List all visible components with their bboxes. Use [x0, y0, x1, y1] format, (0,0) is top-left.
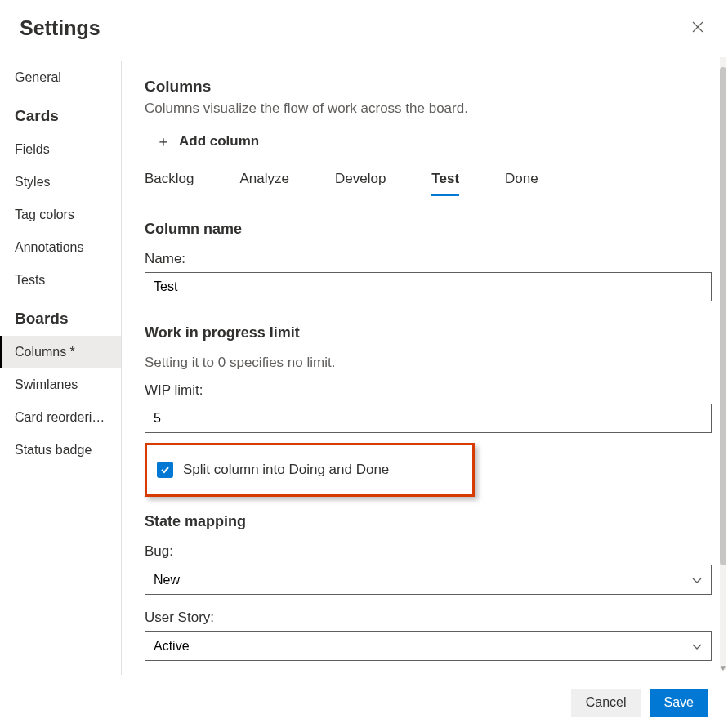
sidebar-item-annotations[interactable]: Annotations — [0, 231, 121, 264]
split-column-checkbox-row[interactable]: Split column into Doing and Done — [157, 458, 462, 481]
user-story-select-wrap: Active — [145, 631, 712, 661]
wip-input[interactable] — [145, 404, 712, 433]
column-tabs: Backlog Analyze Develop Test Done — [145, 171, 712, 196]
plus-icon: ＋ — [156, 132, 171, 151]
sidebar-item-card-reordering[interactable]: Card reorderi… — [0, 401, 121, 434]
user-story-label: User Story: — [145, 610, 712, 626]
split-column-label: Split column into Doing and Done — [183, 462, 389, 478]
wip-help: Setting it to 0 specifies no limit. — [145, 355, 712, 371]
checkbox-checked-icon[interactable] — [157, 462, 173, 478]
name-label: Name: — [145, 251, 712, 267]
scrollbar[interactable] — [720, 57, 726, 670]
add-column-button[interactable]: ＋ Add column — [145, 132, 259, 151]
dialog-body: General Cards Fields Styles Tag colors A… — [0, 61, 728, 675]
sidebar-item-tests[interactable]: Tests — [0, 264, 121, 297]
scrollbar-thumb[interactable] — [720, 67, 726, 565]
column-name-heading: Column name — [145, 221, 712, 238]
dialog-footer: Cancel Save — [571, 689, 708, 717]
wip-label: WIP limit: — [145, 382, 712, 399]
bug-select-wrap: New — [145, 565, 712, 595]
scroll-arrow-down-icon[interactable]: ▼ — [719, 663, 727, 672]
add-column-label: Add column — [179, 133, 259, 150]
tab-analyze[interactable]: Analyze — [239, 171, 288, 196]
state-mapping-section: State mapping Bug: New User Story: Activ… — [145, 513, 712, 661]
save-button[interactable]: Save — [650, 689, 708, 717]
sidebar-item-columns[interactable]: Columns * — [0, 336, 121, 368]
bug-select[interactable]: New — [145, 565, 712, 595]
sidebar-item-styles[interactable]: Styles — [0, 166, 121, 199]
sidebar: General Cards Fields Styles Tag colors A… — [0, 61, 122, 675]
name-input[interactable] — [145, 272, 712, 301]
close-icon[interactable] — [687, 15, 708, 42]
state-mapping-heading: State mapping — [145, 513, 712, 530]
main-description: Columns visualize the flow of work acros… — [145, 100, 712, 117]
main-panel: Columns Columns visualize the flow of wo… — [122, 61, 728, 675]
tab-develop[interactable]: Develop — [335, 171, 386, 196]
dialog-header: Settings — [0, 0, 728, 61]
user-story-select[interactable]: Active — [145, 631, 712, 661]
column-name-section: Column name Name: — [145, 221, 712, 321]
split-column-highlight: Split column into Doing and Done — [145, 443, 475, 497]
sidebar-section-cards: Cards — [0, 99, 121, 133]
wip-heading: Work in progress limit — [145, 324, 712, 342]
sidebar-item-general[interactable]: General — [0, 61, 121, 94]
cancel-button[interactable]: Cancel — [571, 689, 641, 717]
tab-done[interactable]: Done — [505, 171, 538, 196]
sidebar-section-boards: Boards — [0, 301, 121, 336]
main-title: Columns — [145, 78, 712, 96]
tab-test[interactable]: Test — [431, 171, 459, 196]
wip-section: Work in progress limit Setting it to 0 s… — [145, 324, 712, 440]
tab-backlog[interactable]: Backlog — [145, 171, 194, 196]
sidebar-item-tag-colors[interactable]: Tag colors — [0, 199, 121, 231]
sidebar-item-swimlanes[interactable]: Swimlanes — [0, 368, 121, 401]
sidebar-item-fields[interactable]: Fields — [0, 133, 121, 166]
bug-label: Bug: — [145, 543, 712, 560]
page-title: Settings — [20, 16, 100, 40]
sidebar-item-status-badge[interactable]: Status badge — [0, 434, 121, 467]
